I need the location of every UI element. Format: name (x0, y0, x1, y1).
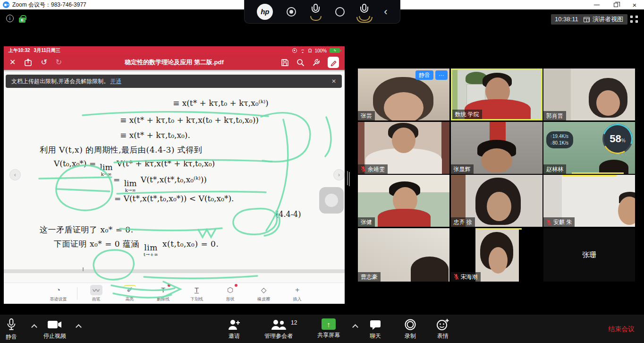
video-tile[interactable]: 余靖雯 (358, 122, 449, 174)
next-page-button[interactable]: › (333, 169, 345, 180)
participant-name: 郭肖晋 (543, 111, 566, 120)
tool-underline[interactable]: T 下划线 (180, 285, 213, 302)
speaker-view-button[interactable]: 演讲者视图 (579, 14, 627, 25)
tool-insert[interactable]: ＋ 插入 (280, 285, 314, 302)
invite-button[interactable]: 邀请 (228, 318, 241, 340)
mic-small-waves-icon[interactable] (310, 4, 322, 20)
upload-limit-banner: 文档上传超出限制,开通会员解除限制。 开通 ✕ (6, 75, 342, 88)
participant-name: 张健 (358, 217, 375, 227)
ipad-date: 3月11日周三 (34, 47, 60, 54)
paragraph-1: 利用 V(t,x) 的周期性,最后由(4.4-3) 式得到 (40, 145, 202, 155)
tool-shapes[interactable]: ⬡ 形状 (213, 285, 247, 302)
redo-icon[interactable]: ↻ (56, 59, 62, 66)
window-title: Zoom 会议号：983-746-3977 (12, 1, 86, 9)
prev-page-button[interactable]: ‹ (9, 169, 21, 180)
share-screen-icon: ↑ (322, 318, 336, 330)
pdf-page[interactable]: ≡ x(t* + kτ,t₀ + kτ,x₀⁽ᵏ⁾) ≡ x(t* + kτ,t… (4, 70, 345, 304)
participant-name: 余靖雯 (358, 164, 388, 174)
video-tile[interactable]: 曹志豪 (358, 228, 449, 282)
active-highlight-bar (562, 175, 617, 176)
tool-ink-settings[interactable]: ◔ 墨迹设置 (42, 285, 75, 302)
video-tile-active-speaker[interactable]: 数统 学院 (451, 69, 542, 120)
video-tile[interactable]: 安麒 朱 (543, 175, 635, 227)
meeting-info-icon[interactable]: i (6, 15, 14, 22)
video-tile[interactable]: 张显辉 (451, 122, 542, 174)
mic-large-waves-icon[interactable] (358, 4, 371, 20)
share-screen-button[interactable]: ↑ 共享屏幕 (317, 318, 340, 339)
annotate-pen-button[interactable] (328, 57, 339, 68)
close-document-icon[interactable]: ✕ (9, 59, 16, 66)
strikethrough-icon: Ŧ (157, 285, 169, 295)
mic-options-chevron[interactable] (31, 324, 37, 330)
save-icon[interactable] (281, 59, 289, 67)
equation-line-3: ≡ x(t* + kτ,t₀,x₀). (120, 130, 190, 140)
collapse-chevron-icon[interactable]: ‹ (384, 7, 387, 17)
layout-divider-handle[interactable] (347, 170, 350, 187)
video-tile[interactable]: 宋海潮 (451, 228, 542, 282)
mic-icon (6, 318, 17, 332)
underline-icon: T (191, 285, 203, 295)
restore-button[interactable] (606, 0, 625, 9)
reactions-button[interactable]: 表情 (436, 318, 449, 340)
banner-close-icon[interactable]: ✕ (331, 78, 336, 85)
tool-strikethrough[interactable]: Ŧ 删除线 (146, 285, 180, 302)
record-button[interactable]: 录制 (404, 318, 416, 340)
document-scrollbar[interactable] (4, 269, 345, 273)
participant-name: 安麒 朱 (543, 217, 575, 227)
fullscreen-icon[interactable] (630, 16, 638, 23)
stop-video-button[interactable]: 停止视频 (43, 318, 66, 340)
undo-icon[interactable]: ↺ (41, 59, 47, 66)
upgrade-link[interactable]: 开通 (110, 77, 121, 86)
participant-name: 张显辉 (451, 164, 474, 174)
equation-line-4: V(t₀,x₀*) = limk→∞ V(t* + kτ,x(t* + kτ,t… (54, 159, 215, 177)
annotation-toolbar: ◔ 墨迹设置 〰 画笔 ✐ 高亮 Ŧ 删除线 T 下划线 ⬡ 形状 (4, 283, 345, 304)
smiley-plus-icon (436, 318, 449, 331)
minimize-button[interactable]: — (587, 0, 606, 9)
tools-wrench-icon[interactable] (312, 59, 320, 67)
video-tile-camera-off[interactable]: 张珊 (543, 228, 635, 282)
mute-participant-button[interactable]: 静音 (415, 70, 433, 80)
ipad-time: 上午10:32 (8, 47, 30, 54)
shared-screen: 上午10:32 3月11日周三 Ω 100% ϟ ✕ ↺ ↻ 稳定性的数学理论及… (4, 46, 345, 304)
tool-eraser[interactable]: ◇ 橡皮擦 (247, 285, 280, 302)
active-highlight-bar (477, 228, 522, 230)
pen-squiggle-icon: 〰 (90, 285, 102, 295)
meeting-control-bar: 静音 停止视频 邀请 管理参会者 12 ↑ 共享屏幕 聊天 录制 (0, 315, 644, 343)
video-tile[interactable]: 郭肖晋 (543, 69, 635, 120)
tool-highlight[interactable]: ✐ 高亮 (113, 285, 146, 302)
video-tile[interactable]: ↑19.4K/s ↓80.1K/s 58 % 赵林林 (543, 122, 635, 174)
video-tile[interactable]: 静音 ··· 张芸 (358, 69, 449, 120)
video-tile[interactable]: 忠齐 徐 (451, 175, 542, 227)
record-circle-icon (404, 318, 416, 331)
share-options-chevron[interactable] (352, 324, 358, 330)
participant-name: 忠齐 徐 (451, 217, 475, 227)
orientation-lock-icon (292, 48, 297, 53)
palette-icon: ◔ (52, 285, 65, 295)
headphones-icon: Ω (308, 48, 312, 53)
tool-pen[interactable]: 〰 画笔 (79, 285, 113, 302)
assistive-touch-button[interactable] (319, 187, 344, 214)
video-tile[interactable]: 张健 (358, 175, 449, 227)
participant-video-off: 张珊 (543, 228, 635, 282)
performance-gauge: 58 % (602, 124, 633, 154)
paragraph-3: 下面证明 x₀* = 0 蕴涵 limt→+∞ x(t,t₀,x₀) = 0. (54, 239, 219, 257)
chat-bubble-icon (369, 318, 381, 331)
zoom-meeting-window: Zoom 会议号：983-746-3977 — × i 10:38:11 演讲者… (0, 0, 644, 343)
close-button[interactable]: × (625, 0, 644, 9)
mute-button[interactable]: 静音 (6, 318, 17, 341)
participant-name: 张芸 (358, 111, 375, 120)
circle-icon[interactable] (335, 7, 345, 17)
more-options-button[interactable]: ··· (435, 70, 448, 80)
record-dot-icon[interactable] (287, 7, 296, 17)
participant-name: 张珊 (582, 250, 596, 259)
export-icon[interactable] (24, 59, 32, 67)
manage-participants-button[interactable]: 管理参会者 (264, 318, 293, 340)
search-icon[interactable] (297, 59, 305, 67)
muted-mic-icon (454, 274, 459, 280)
video-options-chevron[interactable] (76, 324, 82, 330)
pen-icon (330, 59, 337, 66)
end-meeting-button[interactable]: 结束会议 (608, 325, 635, 334)
chat-button[interactable]: 聊天 (369, 318, 381, 340)
meeting-timer: 10:38:11 (551, 14, 582, 25)
zoom-app-icon (3, 1, 9, 8)
